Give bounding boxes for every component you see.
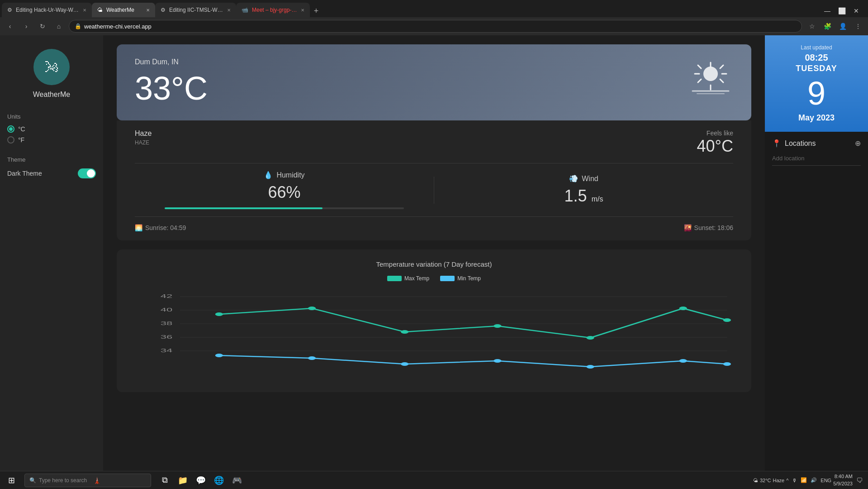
back-button[interactable]: ‹	[4, 20, 16, 33]
new-tab-button[interactable]: +	[310, 5, 323, 17]
condition-left: Haze HAZE	[135, 129, 152, 156]
discord-icon[interactable]: 🎮	[229, 472, 245, 489]
taskbar-weather: 🌤 32°C Haze	[753, 478, 784, 483]
svg-point-34	[723, 362, 731, 366]
wind-unit: m/s	[592, 195, 603, 203]
extensions-icon[interactable]: 🧩	[821, 20, 834, 33]
dark-theme-label: Dark Theme	[7, 170, 42, 177]
celsius-option[interactable]: °C	[7, 125, 96, 133]
tab-4-close[interactable]: ✕	[301, 8, 304, 13]
tab-2-close[interactable]: ✕	[146, 8, 150, 13]
date-number: 9	[772, 77, 861, 110]
tab-1-close[interactable]: ✕	[83, 8, 86, 13]
sunset-icon: 🌇	[684, 224, 692, 231]
theme-section: Theme Dark Theme	[7, 156, 96, 178]
legend-max: Max Temp	[387, 275, 429, 282]
svg-text:38: 38	[161, 321, 172, 326]
clock-display[interactable]: 8:40 AM 5/9/2023	[833, 473, 853, 487]
add-location-input[interactable]: Add location	[772, 155, 861, 166]
weather-left: Dum Dum, IN 33°C	[135, 58, 208, 107]
locations-title: 📍 Locations	[772, 139, 816, 148]
chevron-up-icon[interactable]: ^	[786, 478, 788, 483]
svg-point-29	[308, 356, 316, 360]
location-target-icon[interactable]: ⊕	[855, 139, 861, 148]
last-updated-time: 08:25	[772, 53, 861, 63]
start-button[interactable]: ⊞	[0, 471, 23, 489]
taskbar-search[interactable]: 🔍 Type here to search 🗼	[24, 474, 151, 487]
refresh-button[interactable]: ↻	[36, 20, 49, 33]
svg-text:36: 36	[161, 334, 172, 340]
celsius-radio[interactable]	[7, 125, 14, 133]
minimize-button[interactable]: —	[821, 5, 834, 17]
home-button[interactable]: ⌂	[52, 20, 65, 33]
mic-icon: 🎙	[792, 478, 797, 483]
svg-point-26	[679, 307, 687, 310]
condition-row: Haze HAZE Feels like 40°C	[135, 129, 733, 163]
temperature-chart: 42 40 38 36 34	[131, 289, 737, 379]
right-panel: Last updated 08:25 TUESDAY 9 May 2023 📍 …	[765, 35, 868, 471]
weather-icon	[688, 60, 733, 105]
temperature-display: 33°C	[135, 70, 208, 107]
svg-line-4	[698, 65, 701, 68]
taskbar-right: 🌤 32°C Haze ^ 🎙 📶 🔊 ENG 8:40 AM 5/9/2023…	[753, 473, 868, 487]
locations-panel: 📍 Locations ⊕ Add location	[765, 132, 868, 173]
weather-card-bottom: Haze HAZE Feels like 40°C 💧 Humidity 66%	[117, 120, 751, 240]
svg-point-22	[308, 307, 316, 310]
file-explorer-icon[interactable]: 📁	[175, 472, 191, 489]
legend-max-color	[387, 276, 402, 281]
address-text: weatherme-chi.vercel.app	[84, 23, 152, 30]
weather-card-top: Dum Dum, IN 33°C	[117, 44, 751, 120]
main-content: Dum Dum, IN 33°C	[103, 35, 765, 471]
close-button[interactable]: ✕	[850, 5, 863, 17]
tab-2-title: WeatherMe	[106, 7, 134, 13]
fahrenheit-option[interactable]: °F	[7, 136, 96, 144]
sunrise-time: Sunrise: 04:59	[145, 224, 186, 231]
logo-icon: 🌬	[44, 59, 59, 76]
day-name: TUESDAY	[772, 64, 861, 73]
task-view-button[interactable]: ⧉	[157, 472, 173, 489]
toolbar-icons: ☆ 🧩 👤 ⋮	[806, 20, 864, 33]
tab-1[interactable]: ⚙ Editing Hack-Ur-Way-WeatherM... ✕	[2, 3, 92, 17]
chrome-icon[interactable]: 🌐	[211, 472, 227, 489]
profile-icon[interactable]: 👤	[836, 20, 849, 33]
svg-point-32	[586, 365, 594, 369]
notification-icon[interactable]: 🗨	[854, 477, 864, 484]
humidity-bar	[165, 207, 404, 209]
svg-point-8	[703, 67, 718, 81]
svg-point-27	[723, 318, 731, 322]
units-label: Units	[7, 113, 21, 120]
svg-line-6	[720, 65, 723, 68]
menu-icon[interactable]: ⋮	[852, 20, 864, 33]
dark-theme-toggle[interactable]	[78, 168, 96, 178]
location-pin-icon: 📍	[772, 139, 781, 148]
feels-like-temp: 40°C	[697, 137, 733, 156]
tab-bar: ⚙ Editing Hack-Ur-Way-WeatherM... ✕ 🌤 We…	[0, 0, 868, 17]
tab-3[interactable]: ⚙ Editing IIC-TMSL-WEBSITE/READ... ✕	[155, 3, 236, 17]
windows-icon: ⊞	[8, 475, 15, 485]
tab-4[interactable]: 📹 Meet – bjy-grgp-iwg ✕	[236, 3, 310, 17]
forward-button[interactable]: ›	[20, 20, 33, 33]
humidity-item: 💧 Humidity 66%	[135, 171, 434, 209]
bookmark-icon[interactable]: ☆	[806, 20, 818, 33]
network-icon: 📶	[801, 477, 807, 483]
chart-legend: Max Temp Min Temp	[131, 275, 737, 282]
tab-3-close[interactable]: ✕	[227, 8, 231, 13]
condition-sub: HAZE	[135, 139, 152, 146]
sidebar: 🌬 WeatherMe Units °C °F Theme Dark Theme	[0, 35, 103, 471]
address-input[interactable]: 🔒 weatherme-chi.vercel.app	[69, 20, 802, 33]
month-year: May 2023	[772, 113, 861, 123]
clock-date: 5/9/2023	[833, 480, 853, 487]
whatsapp-icon[interactable]: 💬	[193, 472, 209, 489]
tab-4-favicon: 📹	[242, 7, 248, 13]
sunrise: 🌅 Sunrise: 04:59	[135, 224, 186, 231]
maximize-button[interactable]: ⬜	[835, 5, 848, 17]
fahrenheit-label: °F	[18, 136, 24, 144]
svg-line-5	[720, 79, 723, 82]
legend-min-label: Min Temp	[457, 275, 481, 282]
fahrenheit-radio[interactable]	[7, 136, 14, 144]
tab-2[interactable]: 🌤 WeatherMe ✕	[92, 3, 155, 17]
chart-title: Temperature variation (7 Day forecast)	[131, 260, 737, 268]
humidity-bar-fill	[165, 207, 323, 209]
volume-icon: 🔊	[811, 477, 817, 483]
last-updated-label: Last updated	[772, 44, 861, 51]
